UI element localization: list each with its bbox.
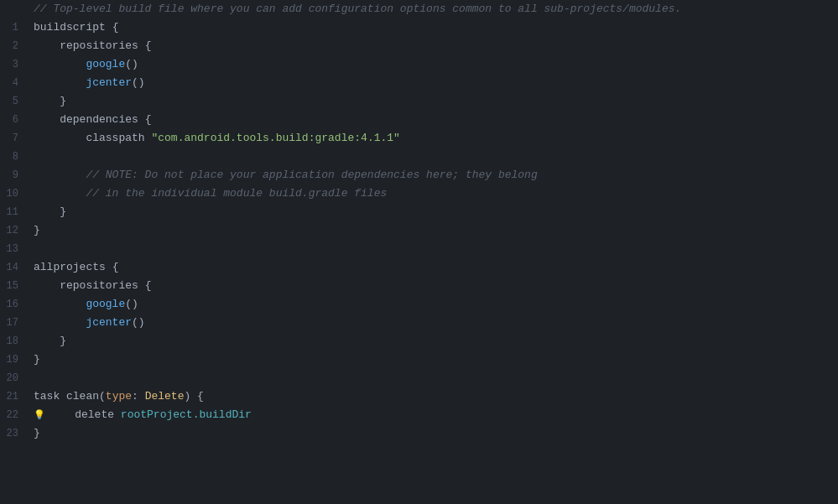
token: // Top-level build file where you can ad… — [34, 0, 681, 18]
token: () — [132, 314, 145, 332]
token: type — [106, 387, 132, 406]
token: { — [138, 277, 152, 295]
line-number: 6 — [13, 111, 18, 129]
line-number: 23 — [7, 424, 18, 443]
line-number: 5 — [13, 92, 18, 111]
code-line: } — [34, 203, 838, 221]
bulb-icon: 💡 — [34, 406, 45, 424]
line-number: 10 — [7, 184, 18, 203]
code-line: allprojects { — [34, 258, 838, 277]
line-number: 11 — [7, 203, 18, 221]
line-number: 20 — [7, 369, 18, 387]
line-number: 7 — [13, 129, 18, 148]
token: () — [132, 74, 145, 92]
line-number: 12 — [7, 221, 18, 240]
line-gutter: 1234567891011121314151617181920212223 — [0, 0, 25, 504]
token: jcenter — [34, 74, 132, 92]
code-line: repositories { — [34, 277, 838, 295]
code-line: google() — [34, 295, 838, 314]
code-line: } — [34, 424, 838, 443]
token: google — [34, 55, 125, 74]
code-line — [34, 240, 838, 258]
token: rootProject.buildDir — [121, 406, 252, 424]
code-line: } — [34, 332, 838, 351]
code-line: } — [34, 221, 838, 240]
line-number: 2 — [13, 37, 18, 55]
code-line: // NOTE: Do not place your application d… — [34, 166, 838, 184]
line-number: 16 — [7, 295, 18, 314]
token: repositories — [34, 37, 138, 55]
token: ( — [99, 387, 106, 406]
code-line: // in the individual module build.gradle… — [34, 184, 838, 203]
code-line: repositories { — [34, 37, 838, 55]
token: { — [138, 37, 152, 55]
code-line — [34, 369, 838, 387]
line-number: 9 — [13, 166, 18, 184]
token: task clean — [34, 387, 99, 406]
line-number: 14 — [7, 258, 18, 277]
token: "com.android.tools.build:gradle:4.1.1" — [151, 129, 399, 148]
token: () — [125, 295, 138, 314]
token: } — [34, 203, 66, 221]
line-number: 21 — [7, 387, 18, 406]
code-line: dependencies { — [34, 111, 838, 129]
code-line: task clean(type: Delete) { — [34, 387, 838, 406]
code-line: jcenter() — [34, 314, 838, 332]
token: { — [106, 18, 119, 37]
token: } — [34, 424, 40, 443]
token: jcenter — [34, 314, 132, 332]
token: } — [34, 351, 40, 369]
code-line: // Top-level build file where you can ad… — [34, 0, 838, 18]
line-number: 8 — [13, 148, 18, 166]
line-number: 4 — [13, 74, 18, 92]
token: // in the individual module build.gradle… — [34, 184, 387, 203]
code-line: buildscript { — [34, 18, 838, 37]
code-line: } — [34, 92, 838, 111]
token: ) { — [184, 387, 203, 406]
code-line: jcenter() — [34, 74, 838, 92]
code-line — [34, 148, 838, 166]
token: allprojects — [34, 258, 106, 277]
token: } — [34, 92, 66, 111]
line-number: 17 — [7, 314, 18, 332]
token: Delete — [145, 387, 185, 406]
line-number: 3 — [13, 55, 18, 74]
token: repositories — [34, 277, 138, 295]
token: buildscript — [34, 18, 106, 37]
token: () — [125, 55, 138, 74]
line-number: 13 — [7, 240, 18, 258]
code-line: 💡 delete rootProject.buildDir — [34, 406, 838, 424]
token: delete — [49, 406, 121, 424]
code-content[interactable]: // Top-level build file where you can ad… — [25, 0, 838, 504]
code-line: } — [34, 351, 838, 369]
token: // NOTE: Do not place your application d… — [34, 166, 538, 184]
code-line: google() — [34, 55, 838, 74]
token: { — [138, 111, 152, 129]
token: dependencies — [34, 111, 138, 129]
token: } — [34, 221, 40, 240]
code-editor: 1234567891011121314151617181920212223 //… — [0, 0, 838, 504]
line-number: 15 — [7, 277, 18, 295]
line-number: 19 — [7, 351, 18, 369]
token: google — [34, 295, 125, 314]
token: : — [132, 387, 145, 406]
token: classpath — [34, 129, 151, 148]
token: { — [106, 258, 119, 277]
token: } — [34, 332, 66, 351]
line-number: 18 — [7, 332, 18, 351]
line-number: 1 — [13, 18, 18, 37]
code-line: classpath "com.android.tools.build:gradl… — [34, 129, 838, 148]
line-number: 22 — [7, 406, 18, 424]
